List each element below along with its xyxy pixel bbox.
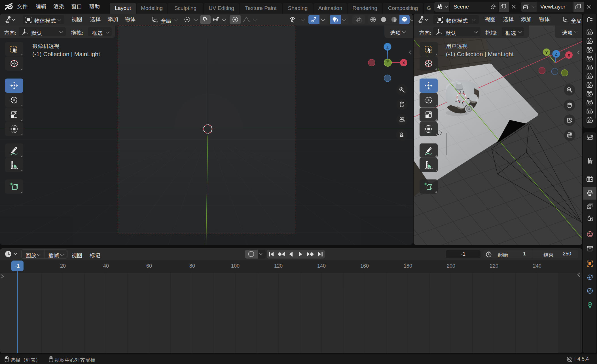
svg-text:X: X [402, 61, 405, 65]
svg-text:Z: Z [386, 45, 389, 49]
svg-text:X: X [568, 53, 570, 58]
svg-text:Y: Y [545, 50, 548, 55]
svg-text:Z: Z [555, 52, 558, 56]
